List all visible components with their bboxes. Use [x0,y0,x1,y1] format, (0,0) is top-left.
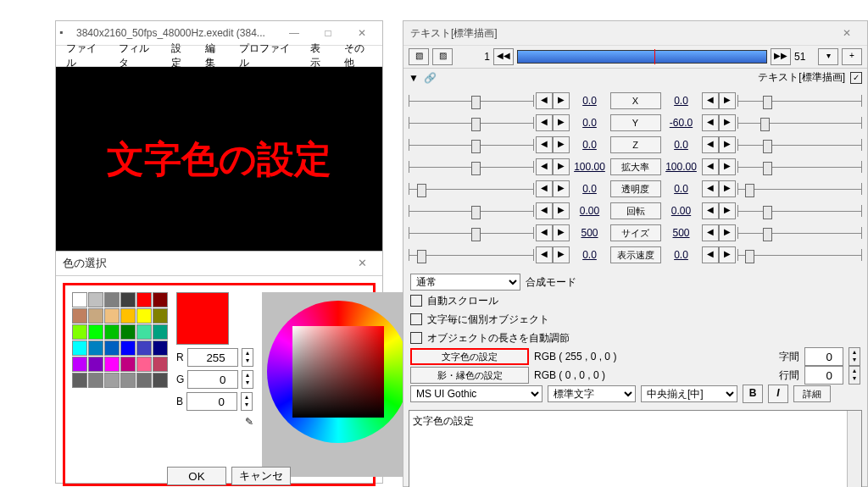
step-left-icon[interactable]: ◀ [536,114,553,131]
seek-end-icon[interactable]: ▶▶ [771,48,791,65]
line-spacing-input[interactable] [804,366,843,385]
color-swatch[interactable] [104,340,120,356]
param-value-left[interactable]: 0.0 [571,117,609,129]
menu-item[interactable]: 編集 [202,40,227,72]
step-right-icon[interactable]: ▶ [719,158,736,175]
color-swatch[interactable] [72,340,87,356]
color-swatch[interactable] [104,357,120,372]
color-swatch[interactable] [88,340,103,356]
slider-track[interactable] [737,205,863,217]
menu-item[interactable]: 設定 [168,40,193,72]
b-input[interactable] [186,392,237,411]
param-name-button[interactable]: Y [610,114,661,131]
char-spacing-input[interactable] [804,347,843,366]
frame-prev-icon[interactable]: ▾ [818,48,838,65]
param-value-left[interactable]: 0.00 [571,205,609,217]
color-swatch[interactable] [153,373,168,388]
color-swatch[interactable] [104,324,120,340]
text-titlebar[interactable]: テキスト[標準描画] ✕ [403,21,867,46]
menu-item[interactable]: その他 [341,40,376,72]
step-right-icon[interactable]: ▶ [553,202,570,219]
r-input[interactable] [187,348,238,367]
align-select[interactable]: 中央揃え[中] [641,385,737,402]
color-swatch[interactable] [136,324,152,340]
bold-button[interactable]: B [743,385,763,403]
color-swatch[interactable] [153,324,168,340]
color-swatch[interactable] [120,292,136,307]
step-right-icon[interactable]: ▶ [553,180,570,197]
menu-item[interactable]: 表示 [307,40,332,72]
color-swatch[interactable] [120,308,136,324]
cancel-button[interactable]: キャンセル [231,467,291,485]
menu-item[interactable]: プロファイル [236,40,298,72]
slider-track[interactable] [409,249,534,261]
color-swatch[interactable] [104,292,120,307]
param-name-button[interactable]: サイズ [610,224,661,241]
checkbox[interactable] [410,332,422,344]
step-left-icon[interactable]: ◀ [536,202,553,219]
color-square[interactable] [292,326,384,418]
param-name-button[interactable]: Z [610,136,661,153]
step-left-icon[interactable]: ◀ [702,114,719,131]
char-spacing-spinner[interactable]: ▴▾ [849,347,860,366]
step-left-icon[interactable]: ◀ [536,246,553,263]
eyedropper-icon[interactable]: ✎ [245,416,253,428]
param-name-button[interactable]: 表示速度 [610,246,661,263]
slider-track[interactable] [409,139,534,151]
color-swatch[interactable] [88,373,103,388]
color-swatch[interactable] [136,357,152,372]
detail-button[interactable]: 詳細 [793,385,831,402]
color-swatch[interactable] [153,308,168,324]
slider-track[interactable] [409,117,534,129]
step-right-icon[interactable]: ▶ [719,246,736,263]
step-left-icon[interactable]: ◀ [536,92,553,109]
color-swatch[interactable] [136,340,152,356]
step-left-icon[interactable]: ◀ [702,202,719,219]
collapse-icon[interactable]: ▼ [409,72,419,84]
step-right-icon[interactable]: ▶ [719,92,736,109]
color-swatch[interactable] [153,357,168,372]
param-value-right[interactable]: 0.0 [663,249,700,261]
color-swatch[interactable] [136,373,152,388]
step-right-icon[interactable]: ▶ [553,224,570,241]
step-left-icon[interactable]: ◀ [536,158,553,175]
step-right-icon[interactable]: ▶ [719,224,736,241]
slider-track[interactable] [409,95,534,107]
param-value-left[interactable]: 0.0 [571,95,609,107]
step-right-icon[interactable]: ▶ [553,136,570,153]
step-right-icon[interactable]: ▶ [719,180,736,197]
link-icon[interactable]: 🔗 [424,72,437,84]
color-swatch[interactable] [120,340,136,356]
step-right-icon[interactable]: ▶ [719,202,736,219]
step-right-icon[interactable]: ▶ [553,92,570,109]
slider-track[interactable] [737,227,863,239]
param-value-left[interactable]: 0.0 [571,183,609,195]
color-swatch[interactable] [104,308,120,324]
slider-track[interactable] [737,161,863,173]
timeline-bar[interactable] [517,50,767,64]
step-left-icon[interactable]: ◀ [702,224,719,241]
color-swatch[interactable] [136,308,152,324]
color-swatch[interactable] [88,308,103,324]
line-spacing-spinner[interactable]: ▴▾ [849,366,860,385]
param-value-right[interactable]: 0.00 [663,205,700,217]
close-button[interactable]: ✕ [830,22,864,44]
slider-track[interactable] [737,183,863,195]
frame-next-icon[interactable]: + [842,48,862,65]
slider-track[interactable] [409,183,534,195]
step-left-icon[interactable]: ◀ [702,246,719,263]
color-swatch[interactable] [120,324,136,340]
shadow-color-button[interactable]: 影・縁色の設定 [410,367,529,384]
layer-down-icon[interactable]: ▨ [432,48,453,65]
text-color-button[interactable]: 文字色の設定 [410,348,529,365]
param-value-right[interactable]: 0.0 [663,183,700,195]
color-swatch[interactable] [72,292,87,307]
param-value-left[interactable]: 100.00 [571,161,609,173]
color-wheel[interactable] [267,301,409,443]
color-swatch[interactable] [72,373,87,388]
step-right-icon[interactable]: ▶ [553,158,570,175]
slider-track[interactable] [409,205,534,217]
color-swatch[interactable] [72,324,87,340]
menu-item[interactable]: ファイル [63,40,107,72]
text-input-area[interactable]: 文字色の設定 [409,410,862,487]
